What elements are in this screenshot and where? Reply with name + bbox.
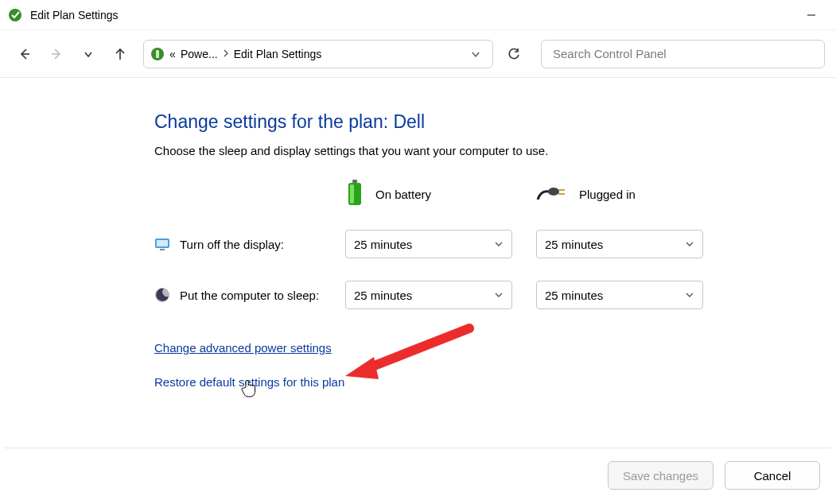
col-header-battery: On battery (345, 180, 536, 209)
cancel-button[interactable]: Cancel (725, 461, 820, 490)
address-dropdown[interactable] (464, 48, 488, 60)
row-label-display: Turn off the display: (154, 236, 345, 252)
col-label-battery: On battery (375, 188, 431, 201)
label-sleep: Put the computer to sleep: (180, 289, 319, 302)
svg-rect-9 (350, 184, 354, 204)
value-sleep-battery: 25 minutes (354, 289, 412, 302)
address-bar[interactable]: « Powe... Edit Plan Settings (143, 40, 493, 68)
footer-buttons: Save changes Cancel (608, 461, 820, 490)
monitor-icon (154, 236, 170, 252)
svg-rect-15 (160, 249, 165, 250)
battery-icon (345, 180, 364, 209)
chevron-right-icon (218, 48, 234, 60)
app-icon (8, 8, 22, 22)
select-sleep-battery[interactable]: 25 minutes (345, 281, 512, 309)
col-header-plugged: Plugged in (536, 180, 727, 209)
svg-rect-6 (156, 50, 159, 58)
select-display-battery[interactable]: 25 minutes (345, 230, 512, 258)
moon-icon (154, 287, 170, 303)
svg-point-10 (548, 188, 559, 196)
forward-button[interactable] (43, 41, 70, 68)
value-display-plugged: 25 minutes (545, 238, 603, 251)
row-sleep: Put the computer to sleep: 25 minutes 25… (154, 281, 759, 309)
svg-point-0 (9, 9, 21, 21)
label-display: Turn off the display: (180, 238, 284, 251)
link-restore-defaults[interactable]: Restore default settings for this plan (154, 375, 344, 389)
up-button[interactable] (107, 41, 134, 68)
minimize-button[interactable] (793, 3, 830, 27)
navbar: « Powe... Edit Plan Settings (0, 30, 836, 78)
col-label-plugged: Plugged in (579, 188, 636, 201)
breadcrumb-prefix: « (169, 48, 181, 60)
breadcrumb-item-power[interactable]: Powe... (181, 48, 218, 60)
save-button[interactable]: Save changes (608, 461, 714, 490)
chevron-down-icon (494, 238, 504, 251)
refresh-button[interactable] (500, 40, 528, 68)
value-sleep-plugged: 25 minutes (545, 289, 603, 302)
row-display: Turn off the display: 25 minutes 25 minu… (154, 230, 759, 258)
row-label-sleep: Put the computer to sleep: (154, 287, 345, 303)
select-display-plugged[interactable]: 25 minutes (536, 230, 703, 258)
chevron-down-icon (494, 289, 504, 302)
column-headers: On battery Plugged in (345, 180, 759, 209)
window-title: Edit Plan Settings (30, 9, 119, 21)
search-box[interactable] (541, 40, 825, 68)
breadcrumb-item-edit-plan[interactable]: Edit Plan Settings (234, 48, 322, 60)
back-button[interactable] (11, 41, 38, 68)
page-heading: Change settings for the plan: Dell (154, 111, 759, 133)
recent-dropdown[interactable] (75, 41, 102, 68)
select-sleep-plugged[interactable]: 25 minutes (536, 281, 703, 309)
svg-rect-14 (157, 240, 168, 246)
chevron-down-icon (685, 238, 694, 251)
search-input[interactable] (551, 46, 815, 61)
control-panel-icon (150, 47, 165, 61)
plug-icon (536, 184, 568, 205)
svg-rect-11 (558, 189, 565, 191)
page-subtext: Choose the sleep and display settings th… (154, 144, 759, 157)
chevron-down-icon (685, 289, 694, 302)
svg-rect-7 (352, 180, 357, 183)
footer-divider (5, 448, 831, 448)
link-advanced-settings[interactable]: Change advanced power settings (154, 341, 332, 355)
value-display-battery: 25 minutes (354, 238, 412, 251)
titlebar: Edit Plan Settings (0, 0, 836, 30)
svg-rect-12 (558, 193, 565, 195)
main-content: Change settings for the plan: Dell Choos… (154, 111, 759, 389)
